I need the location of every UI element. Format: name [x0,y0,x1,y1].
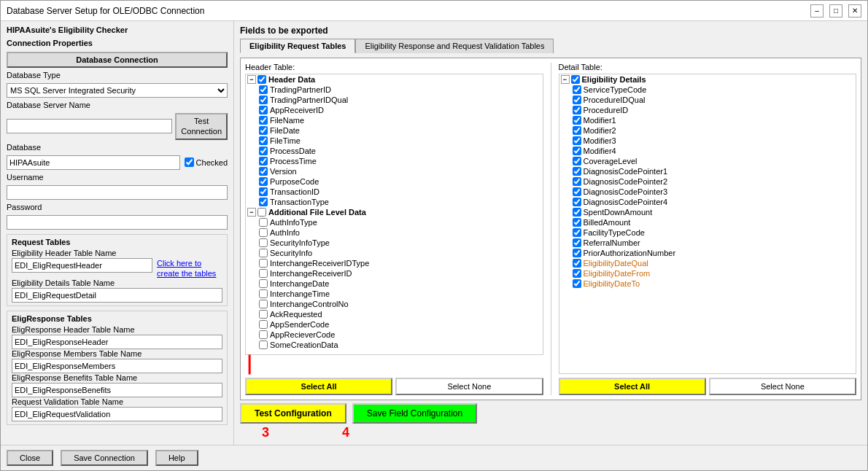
tree-item[interactable]: SomeCreationData [257,340,543,350]
cb-DiagnosisCodePointer2[interactable] [573,177,581,186]
save-conn-button[interactable]: Save Connection [61,450,148,466]
tree-item[interactable]: InterchangeControlNo [257,299,543,309]
tree-item[interactable]: ReferralNumber [571,238,856,248]
checked-checkbox[interactable] [185,157,194,167]
tree-item[interactable]: FileName [257,115,543,125]
db-type-select[interactable]: MS SQL Server Integrated Security [7,83,228,98]
cb-ReferralNumber[interactable] [573,238,581,247]
cb-EligibilityDateTo[interactable] [573,279,581,288]
cb-SecurityInfoType[interactable] [259,238,268,247]
cb-InterchangeReceiverIDType[interactable] [259,259,268,268]
cb-CoverageLevel[interactable] [573,157,581,166]
cb-AuthInfoType[interactable] [259,218,268,227]
tree-item[interactable]: DiagnosisCodePointer4 [571,197,856,207]
tree-item[interactable]: ServiceTypeCode [571,85,856,95]
tree-item[interactable]: TradingPartnerIDQual [257,95,543,105]
tree-item[interactable]: ProcessDate [257,146,543,156]
cb-AckRequested[interactable] [259,310,268,319]
cb-DiagnosisCodePointer1[interactable] [573,167,581,176]
cb-FileDate[interactable] [259,126,268,135]
minimize-button[interactable]: – [810,4,824,17]
tree-item[interactable]: ProcedureID [571,105,856,115]
additional-expander[interactable]: − [247,208,256,217]
cb-InterchangeTime[interactable] [259,289,268,298]
cb-BilledAmount[interactable] [573,218,581,227]
tree-item[interactable]: Modifier2 [571,125,856,136]
cb-AppRecieverCode[interactable] [259,330,268,339]
close-button[interactable]: ✕ [848,4,861,17]
tree-item[interactable]: Version [257,166,543,176]
detail-expander[interactable]: − [561,75,570,84]
cb-SecurityInfo[interactable] [259,249,268,257]
cb-DiagnosisCodePointer4[interactable] [573,198,581,206]
cb-FileTime[interactable] [259,136,268,145]
tree-item[interactable]: FileTime [257,136,543,146]
tree-item[interactable]: FileDate [257,125,543,136]
detail-select-all-button[interactable]: Select All [559,378,706,395]
tree-item[interactable]: Modifier3 [571,136,856,146]
cb-TradingPartnerID[interactable] [259,85,268,94]
cb-ServiceTypeCode[interactable] [573,85,581,94]
maximize-button[interactable]: □ [829,4,842,17]
cb-TransactionType[interactable] [259,198,268,206]
test-conn-button[interactable]: TestConnection [175,113,228,140]
tree-item[interactable]: SpentDownAmount [571,207,856,217]
elig-details-input[interactable] [12,288,222,303]
cb-SomeCreationData[interactable] [259,340,268,349]
cb-AuthInfo[interactable] [259,228,268,237]
cb-ProcedureIDQual[interactable] [573,96,581,104]
detail-data-parent[interactable]: − Eligibility Details [559,74,856,85]
tree-item[interactable]: Modifier4 [571,146,856,156]
tree-item[interactable]: InterchangeDate [257,279,543,289]
req-val-input[interactable] [12,407,222,421]
tree-item[interactable]: AuthInfoType [257,217,543,227]
tab-eligibility-request[interactable]: Eligibility Request Tables [240,39,355,53]
tree-item[interactable]: EligibilityDateTo [571,279,856,289]
tree-item[interactable]: AppSenderCode [257,319,543,330]
additional-data-checkbox[interactable] [257,208,266,217]
cb-DiagnosisCodePointer3[interactable] [573,187,581,196]
tree-item[interactable]: SecurityInfoType [257,238,543,248]
cb-EligibilityDateFrom[interactable] [573,269,581,278]
test-config-button[interactable]: Test Configuration [240,403,346,424]
tree-item[interactable]: BilledAmount [571,217,856,227]
cb-TradingPartnerIDQual[interactable] [259,96,268,104]
tree-item[interactable]: TransactionType [257,197,543,207]
tree-item[interactable]: PurposeCode [257,176,543,187]
tree-item[interactable]: InterchangeTime [257,289,543,299]
header-expander[interactable]: − [247,75,256,84]
tree-item[interactable]: ProcedureIDQual [571,95,856,105]
cb-EligibilityDateQual[interactable] [573,259,581,268]
username-input[interactable] [7,185,228,200]
tree-item[interactable]: PriorAuthorizationNumber [571,248,856,258]
save-field-config-button[interactable]: Save Field Configuration [352,403,477,424]
tree-item[interactable]: FacilityTypeCode [571,227,856,238]
detail-select-none-button[interactable]: Select None [709,378,856,395]
tree-item[interactable]: Modifier1 [571,115,856,125]
tree-item[interactable]: DiagnosisCodePointer3 [571,187,856,197]
tree-item[interactable]: AppRecieverCode [257,330,543,340]
cb-Modifier1[interactable] [573,116,581,125]
tree-item[interactable]: DiagnosisCodePointer2 [571,176,856,187]
tree-item[interactable]: InterchangeReceiverID [257,268,543,279]
tree-item[interactable]: DiagnosisCodePointer1 [571,166,856,176]
password-input[interactable] [7,215,228,230]
tree-item[interactable]: ProcessTime [257,156,543,166]
cb-PurposeCode[interactable] [259,177,268,186]
cb-InterchangeDate[interactable] [259,279,268,288]
header-select-all-button[interactable]: Select All [245,378,392,395]
tree-item[interactable]: AckRequested [257,309,543,319]
database-input[interactable] [7,155,180,170]
tree-item[interactable]: EligibilityDateQual [571,258,856,268]
cb-Modifier3[interactable] [573,136,581,145]
tab-eligibility-response[interactable]: Eligibility Response and Request Validat… [355,39,554,53]
resp-members-input[interactable] [12,359,222,373]
cb-FacilityTypeCode[interactable] [573,228,581,237]
elig-header-input[interactable] [12,258,152,273]
tree-item[interactable]: CoverageLevel [571,156,856,166]
tree-item[interactable]: SecurityInfo [257,248,543,258]
tree-item[interactable]: AppReceiverID [257,105,543,115]
header-select-none-button[interactable]: Select None [395,378,543,395]
cb-FileName[interactable] [259,116,268,125]
cb-Modifier4[interactable] [573,147,581,155]
